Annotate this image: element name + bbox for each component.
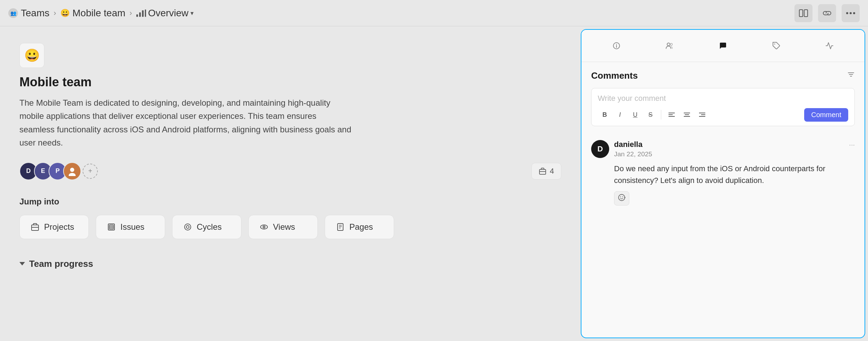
bold-button[interactable]: B [598,108,612,122]
align-right-button[interactable] [695,108,709,122]
svg-rect-36 [849,74,853,75]
svg-point-30 [616,44,617,45]
svg-point-9 [70,168,74,172]
svg-point-8 [853,12,855,14]
projects-icon [31,223,39,231]
avatar[interactable] [63,162,81,180]
comment-input-box[interactable]: Write your comment B I U S [591,88,855,126]
panel-tabs [581,30,865,62]
tab-members[interactable] [661,37,679,55]
filter-icon[interactable] [847,71,855,80]
comment-submit-button[interactable]: Comment [804,108,848,122]
views-label: Views [273,222,295,232]
team-emoji: 😀 [19,43,44,68]
tab-activity[interactable] [820,37,839,55]
svg-rect-1 [139,12,141,17]
svg-point-49 [622,196,623,197]
svg-point-33 [670,43,672,45]
italic-button[interactable]: I [613,108,627,122]
chevron-down-icon: ▾ [190,9,194,17]
link-icon [823,9,832,17]
mobile-team-label[interactable]: Mobile team [73,8,126,19]
comment-toolbar: B I U S [598,108,848,122]
right-panel: Comments Write your comment B I U [581,29,865,338]
add-member-button[interactable]: + [83,164,98,179]
svg-rect-0 [136,14,138,17]
team-progress-label: Team progress [29,259,93,269]
issues-count: 4 [550,167,554,176]
user-avatar-img [67,166,77,176]
issues-icon [107,223,116,231]
svg-point-32 [667,43,670,46]
jump-card-issues[interactable]: Issues [96,215,165,239]
reaction-icon [618,194,626,201]
svg-point-10 [69,173,76,176]
svg-rect-3 [145,9,146,17]
team-progress-section[interactable]: Team progress [19,259,561,269]
mobile-team-emoji: 😀 [60,9,70,18]
layout-toggle-button[interactable] [794,4,812,22]
jump-into-label: Jump into [19,197,561,207]
projects-label: Projects [44,222,74,232]
tab-comments[interactable] [714,37,732,55]
teams-icon: 👥 [8,8,18,18]
layout-icon [799,9,808,17]
briefcase-icon [539,167,546,175]
main-layout: 😀 Mobile team The Mobile Team is dedicat… [0,26,868,341]
panel-content: Comments Write your comment B I U [581,62,865,338]
comments-title: Comments [591,70,638,81]
signal-icon [136,9,146,17]
svg-point-20 [185,224,191,230]
svg-rect-25 [338,224,343,230]
breadcrumb-sep-2: › [129,9,132,18]
link-button[interactable] [818,4,836,22]
teams-label[interactable]: Teams [21,8,49,19]
comment-item: D daniella ··· Jan 22, 2025 Do we need a… [591,134,855,211]
add-reaction-button[interactable] [614,191,629,206]
cycles-label: Cycles [197,222,222,232]
cycles-icon [184,223,192,231]
team-description: The Mobile Team is dedicated to designin… [19,96,352,150]
topbar: 👥 Teams › 😀 Mobile team › Overview ▾ [0,0,868,26]
comment-placeholder: Write your comment [598,94,848,103]
breadcrumb: 👥 Teams › 😀 Mobile team › Overview ▾ [8,8,194,19]
comment-date: Jan 22, 2025 [614,150,855,158]
svg-rect-5 [804,10,808,17]
tab-labels[interactable] [767,37,785,55]
content-area: 😀 Mobile team The Mobile Team is dedicat… [0,26,581,341]
comments-header: Comments [591,70,855,81]
comment-more-button[interactable]: ··· [849,141,855,149]
strikethrough-button[interactable]: S [644,108,657,122]
ellipsis-icon [846,12,855,15]
tab-info[interactable] [607,37,626,55]
align-left-button[interactable] [665,108,679,122]
avatars-group: D E P + [19,162,98,180]
issues-badge: 4 [531,163,561,180]
jump-card-pages[interactable]: Pages [325,215,394,239]
comment-meta: daniella ··· Jan 22, 2025 [614,140,855,158]
collapse-icon [19,262,25,265]
more-options-button[interactable] [842,4,860,22]
svg-rect-35 [848,72,854,73]
overview-label[interactable]: Overview ▾ [136,8,194,19]
comment-text: Do we need any input from the iOS or And… [614,163,855,186]
comment-author: daniella [614,140,643,149]
svg-rect-37 [850,76,852,77]
svg-point-6 [846,12,848,14]
svg-rect-4 [799,10,803,17]
align-center-button[interactable] [680,108,694,122]
team-name: Mobile team [19,75,561,89]
svg-rect-2 [142,10,144,17]
svg-point-47 [619,194,625,201]
jump-card-cycles[interactable]: Cycles [172,215,241,239]
svg-point-24 [264,227,264,227]
jump-card-projects[interactable]: Projects [19,215,89,239]
underline-button[interactable]: U [628,108,642,122]
breadcrumb-sep-1: › [53,9,56,18]
jump-card-views[interactable]: Views [248,215,318,239]
svg-point-21 [186,226,189,228]
topbar-actions [794,4,860,22]
issues-label: Issues [120,222,144,232]
toolbar-divider [661,110,661,120]
comment-reactions [614,191,855,206]
